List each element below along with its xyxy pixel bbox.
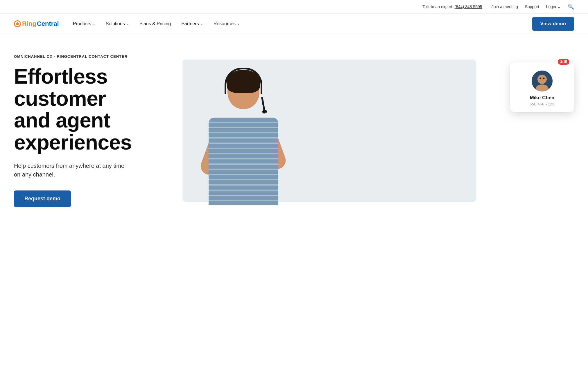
top-nav-links: Join a meeting Support Login ⌄ 🔍	[492, 3, 574, 10]
hero-eyebrow: OMNICHANNEL CX - RINGCENTRAL CONTACT CEN…	[14, 54, 182, 59]
logo-central-text: Central	[37, 20, 59, 28]
agent-figure	[194, 54, 293, 205]
nav-resources-label: Resources	[214, 21, 236, 26]
nav-plans-pricing[interactable]: Plans & Pricing	[139, 21, 171, 26]
nav-partners-label: Partners	[181, 21, 199, 26]
agent-headset	[225, 68, 262, 94]
chevron-down-icon: ⌄	[557, 4, 561, 9]
caller-number: 650 456 7123	[516, 102, 568, 106]
login-link[interactable]: Login ⌄	[546, 4, 561, 9]
top-utility-bar: Talk to an expert: (844) 848 5595 Join a…	[0, 0, 588, 14]
hero-subtitle: Help customers from anywhere at any time…	[14, 161, 148, 179]
hero-image-area: 3:15 Mike Chen 650 456 7123	[182, 51, 574, 207]
agent-illustration: 3:15 Mike Chen 650 456 7123	[182, 54, 574, 205]
call-timer: 3:15	[558, 59, 569, 65]
main-nav: RingCentral Products ⌄ Solutions ⌄ Plans…	[0, 14, 588, 34]
view-demo-button[interactable]: View demo	[532, 17, 574, 31]
hero-title: Effortless customer and agent experience…	[14, 66, 182, 153]
nav-products[interactable]: Products ⌄	[73, 21, 95, 26]
hero-section: OMNICHANNEL CX - RINGCENTRAL CONTACT CEN…	[0, 34, 588, 219]
support-link[interactable]: Support	[525, 4, 539, 9]
chevron-down-icon: ⌄	[237, 22, 240, 26]
svg-point-1	[537, 75, 547, 84]
hero-title-line4: experiences	[14, 131, 132, 154]
person-body	[203, 65, 284, 205]
login-label: Login	[546, 4, 556, 9]
nav-plans-pricing-label: Plans & Pricing	[139, 21, 171, 26]
nav-items: Products ⌄ Solutions ⌄ Plans & Pricing P…	[73, 21, 532, 26]
headset-mic	[261, 97, 266, 111]
search-button[interactable]: 🔍	[568, 3, 574, 10]
svg-point-2	[540, 78, 541, 79]
hero-title-line3: and agent	[14, 109, 110, 132]
chevron-down-icon: ⌄	[93, 22, 95, 26]
caller-name: Mike Chen	[516, 95, 568, 101]
hero-subtitle-line1: Help customers from anywhere at any time	[14, 163, 124, 169]
hero-content-left: OMNICHANNEL CX - RINGCENTRAL CONTACT CEN…	[14, 51, 182, 207]
chevron-down-icon: ⌄	[126, 22, 129, 26]
logo-graphic: RingCentral	[14, 20, 59, 28]
nav-resources[interactable]: Resources ⌄	[214, 21, 240, 26]
phone-contact: Talk to an expert: (844) 848 5595	[422, 4, 482, 9]
join-meeting-link[interactable]: Join a meeting	[492, 4, 518, 9]
hero-title-line2: customer	[14, 87, 106, 110]
talk-expert-label: Talk to an expert:	[422, 4, 453, 9]
caller-avatar	[532, 71, 553, 91]
request-demo-button[interactable]: Request demo	[14, 190, 71, 207]
agent-shirt	[209, 118, 278, 205]
nav-partners[interactable]: Partners ⌄	[181, 21, 203, 26]
logo-ring-text: Ring	[22, 20, 36, 28]
avatar-svg	[532, 71, 553, 91]
nav-products-label: Products	[73, 21, 91, 26]
hero-title-line1: Effortless	[14, 65, 107, 88]
chevron-down-icon: ⌄	[200, 22, 203, 26]
phone-number[interactable]: (844) 848 5595	[455, 4, 482, 9]
logo[interactable]: RingCentral	[14, 20, 59, 28]
call-card: 3:15 Mike Chen 650 456 7123	[510, 62, 574, 112]
hero-subtitle-line2: on any channel.	[14, 171, 55, 178]
nav-solutions[interactable]: Solutions ⌄	[106, 21, 129, 26]
svg-point-3	[543, 78, 545, 79]
nav-solutions-label: Solutions	[106, 21, 125, 26]
logo-ring-icon	[14, 20, 21, 27]
